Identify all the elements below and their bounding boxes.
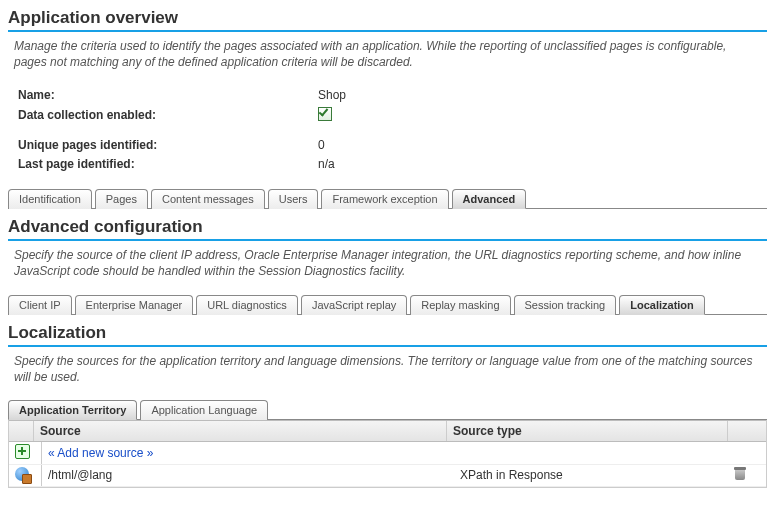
adv-tab-url-diagnostics[interactable]: URL diagnostics [196,295,298,315]
loc-tab-application-language[interactable]: Application Language [140,400,268,420]
table-header-type: Source type [447,421,728,441]
table-header-row: Source Source type [9,420,766,442]
main-tab-strip: IdentificationPagesContent messagesUsers… [8,188,767,209]
adv-tab-client-ip[interactable]: Client IP [8,295,72,315]
main-tab-advanced[interactable]: Advanced [452,189,527,209]
globe-icon [15,467,29,481]
main-tab-users[interactable]: Users [268,189,319,209]
table-row-add[interactable]: « Add new source » [9,442,766,465]
table-header-icon [9,421,34,441]
table-header-actions [728,421,766,441]
advanced-title: Advanced configuration [8,215,767,241]
last-page-label: Last page identified: [18,155,318,174]
overview-description: Manage the criteria used to identify the… [8,36,767,80]
data-collection-checkbox-icon [318,107,332,121]
adv-tab-session-tracking[interactable]: Session tracking [514,295,617,315]
plus-icon [15,444,30,459]
add-new-source-link[interactable]: « Add new source » [42,444,454,462]
adv-tab-enterprise-manager[interactable]: Enterprise Manager [75,295,194,315]
main-tab-content-messages[interactable]: Content messages [151,189,265,209]
add-icon-cell [9,442,42,464]
unique-pages-value: 0 [318,136,325,155]
advanced-tab-strip: Client IPEnterprise ManagerURL diagnosti… [8,294,767,315]
trash-icon [734,467,746,480]
advanced-description: Specify the source of the client IP addr… [8,245,767,289]
main-tab-framework-exception[interactable]: Framework exception [321,189,448,209]
loc-tab-application-territory[interactable]: Application Territory [8,400,137,420]
name-label: Name: [18,86,318,105]
adv-tab-javascript-replay[interactable]: JavaScript replay [301,295,407,315]
row-icon-cell [9,465,42,486]
main-tab-pages[interactable]: Pages [95,189,148,209]
row-delete[interactable] [728,465,766,485]
name-value: Shop [318,86,346,105]
data-collection-label: Data collection enabled: [18,106,318,126]
main-tab-identification[interactable]: Identification [8,189,92,209]
last-page-value: n/a [318,155,335,174]
sources-table: Source Source type « Add new source » /h… [8,420,767,488]
localization-title: Localization [8,321,767,347]
table-header-source: Source [34,421,447,441]
row-source: /html/@lang [42,466,454,484]
adv-tab-localization[interactable]: Localization [619,295,705,315]
localization-tab-strip: Application TerritoryApplication Languag… [8,399,767,420]
adv-tab-replay-masking[interactable]: Replay masking [410,295,510,315]
unique-pages-label: Unique pages identified: [18,136,318,155]
add-row-type [454,451,728,455]
row-type: XPath in Response [454,466,728,484]
add-row-action [728,451,766,455]
overview-title: Application overview [8,6,767,32]
table-row[interactable]: /html/@lang XPath in Response [9,465,766,487]
localization-description: Specify the sources for the application … [8,351,767,395]
overview-info-table: Name: Shop Data collection enabled: Uniq… [18,86,767,174]
data-collection-value [318,106,332,126]
